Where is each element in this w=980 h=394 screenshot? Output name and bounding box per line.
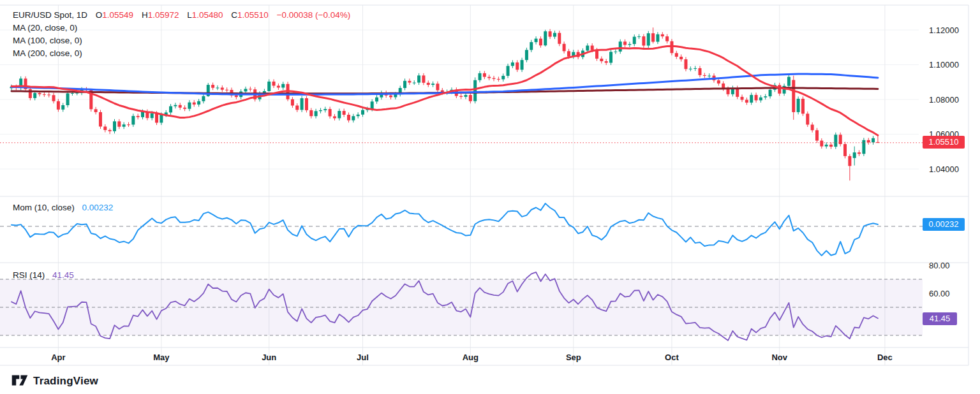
svg-text:Dec: Dec [877,353,893,362]
ma20-legend[interactable]: MA (20, close, 0) [13,22,350,34]
tradingview-logo[interactable]: TradingView [11,374,98,389]
ma200-legend[interactable]: MA (200, close, 0) [13,47,350,60]
momentum-label: Mom (10, close) [13,203,75,212]
svg-text:1.08000: 1.08000 [929,95,959,105]
low-label: L [187,10,192,20]
momentum-line [11,203,878,256]
high-label: H [142,10,148,20]
svg-text:Nov: Nov [771,353,787,362]
momentum-value: 0.00232 [82,203,114,212]
svg-text:Apr: Apr [51,353,65,362]
ma100-legend[interactable]: MA (100, close, 0) [13,34,350,47]
svg-text:Aug: Aug [463,353,479,362]
open-value: 1.05549 [102,10,133,20]
svg-text:1.10000: 1.10000 [929,60,959,69]
open-label: O [96,10,103,20]
rsi-badge: 41.45 [923,312,957,325]
brand-text: TradingView [33,375,98,388]
last-price-badge: 1.05510 [923,136,965,149]
svg-text:Jul: Jul [357,353,369,362]
change-value: −0.00038 (−0.04%) [277,10,351,20]
ma100-line [11,74,878,94]
chart-root: EUR/USD Spot, 1D O1.05549 H1.05972 L1.05… [0,0,980,394]
rsi-label: RSI (14) [13,270,45,280]
price-axis[interactable]: 1.120001.100001.080001.060001.0400080.00… [929,26,959,298]
rsi-value: 41.45 [52,270,74,280]
low-value: 1.05480 [192,10,223,20]
close-value: 1.05510 [237,10,269,20]
svg-text:60.00: 60.00 [929,289,950,298]
svg-text:Jun: Jun [262,353,276,362]
svg-text:May: May [153,353,170,362]
svg-text:Oct: Oct [665,353,679,362]
time-axis[interactable]: AprMayJunJulAugSepOctNovDec [51,353,893,362]
symbol-title: EUR/USD Spot, 1D [13,10,87,20]
high-value: 1.05972 [148,10,179,20]
svg-text:80.00: 80.00 [929,261,950,270]
legend: EUR/USD Spot, 1D O1.05549 H1.05972 L1.05… [13,9,350,60]
svg-text:Sep: Sep [566,353,581,362]
rsi-band [0,279,923,335]
close-label: C [231,10,237,20]
rsi-legend[interactable]: RSI (14) 41.45 [13,270,74,280]
momentum-legend[interactable]: Mom (10, close) 0.00232 [13,203,113,212]
svg-text:1.04000: 1.04000 [929,164,959,174]
tradingview-icon [11,374,28,389]
momentum-badge: 0.00232 [923,218,965,231]
svg-text:1.12000: 1.12000 [929,26,959,35]
legend-symbol-row[interactable]: EUR/USD Spot, 1D O1.05549 H1.05972 L1.05… [13,9,350,22]
